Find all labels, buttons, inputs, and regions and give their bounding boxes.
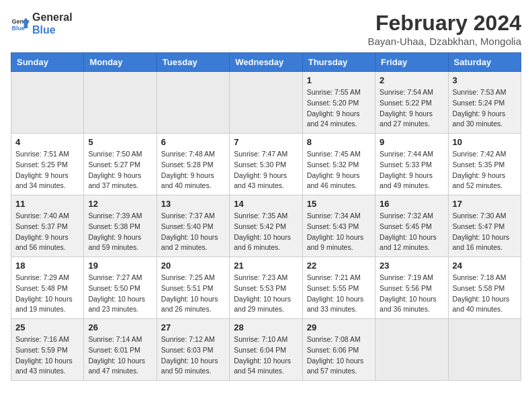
weekday-header-saturday: Saturday	[448, 53, 521, 72]
day-info: Sunrise: 7:34 AMSunset: 5:43 PMDaylight:…	[307, 211, 371, 253]
day-info: Sunrise: 7:51 AMSunset: 5:25 PMDaylight:…	[15, 149, 79, 191]
day-number: 3	[453, 75, 517, 85]
day-info: Sunrise: 7:47 AMSunset: 5:30 PMDaylight:…	[234, 149, 298, 191]
logo: General Blue General Blue	[11, 11, 73, 36]
calendar-day-cell: 6Sunrise: 7:48 AMSunset: 5:28 PMDaylight…	[157, 134, 229, 195]
calendar-day-cell: 20Sunrise: 7:25 AMSunset: 5:51 PMDayligh…	[157, 257, 229, 319]
calendar-day-cell	[448, 319, 521, 381]
day-number: 11	[15, 199, 79, 209]
day-number: 29	[307, 322, 371, 332]
weekday-header-friday: Friday	[375, 53, 448, 72]
weekday-header-tuesday: Tuesday	[157, 53, 229, 72]
calendar-day-cell: 10Sunrise: 7:42 AMSunset: 5:35 PMDayligh…	[448, 134, 521, 195]
calendar-week-row: 25Sunrise: 7:16 AMSunset: 5:59 PMDayligh…	[11, 319, 521, 381]
calendar-day-cell: 13Sunrise: 7:37 AMSunset: 5:40 PMDayligh…	[157, 195, 229, 257]
calendar-day-cell: 1Sunrise: 7:55 AMSunset: 5:20 PMDaylight…	[302, 72, 375, 134]
day-info: Sunrise: 7:23 AMSunset: 5:53 PMDaylight:…	[234, 273, 298, 315]
day-info: Sunrise: 7:53 AMSunset: 5:24 PMDaylight:…	[453, 87, 517, 130]
calendar-table: SundayMondayTuesdayWednesdayThursdayFrid…	[11, 52, 521, 381]
day-number: 16	[380, 199, 443, 209]
calendar-week-row: 1Sunrise: 7:55 AMSunset: 5:20 PMDaylight…	[11, 72, 521, 134]
calendar-day-cell: 24Sunrise: 7:18 AMSunset: 5:58 PMDayligh…	[448, 257, 521, 319]
calendar-day-cell: 26Sunrise: 7:14 AMSunset: 6:01 PMDayligh…	[84, 319, 157, 381]
day-number: 28	[234, 322, 298, 332]
calendar-day-cell: 17Sunrise: 7:30 AMSunset: 5:47 PMDayligh…	[448, 195, 521, 257]
calendar-day-cell: 9Sunrise: 7:44 AMSunset: 5:33 PMDaylight…	[375, 134, 448, 195]
day-number: 2	[380, 75, 443, 85]
calendar-day-cell: 5Sunrise: 7:50 AMSunset: 5:27 PMDaylight…	[84, 134, 157, 195]
day-number: 8	[307, 137, 371, 147]
calendar-week-row: 18Sunrise: 7:29 AMSunset: 5:48 PMDayligh…	[11, 257, 521, 319]
location-subtitle: Bayan-Uhaa, Dzabkhan, Mongolia	[368, 36, 521, 47]
day-number: 4	[15, 137, 79, 147]
calendar-day-cell: 14Sunrise: 7:35 AMSunset: 5:42 PMDayligh…	[230, 195, 302, 257]
svg-text:Blue: Blue	[11, 25, 25, 32]
month-year-title: February 2024	[368, 11, 521, 36]
calendar-day-cell	[84, 72, 157, 134]
day-info: Sunrise: 7:10 AMSunset: 6:04 PMDaylight:…	[234, 334, 298, 377]
day-info: Sunrise: 7:45 AMSunset: 5:32 PMDaylight:…	[307, 149, 371, 191]
calendar-day-cell: 21Sunrise: 7:23 AMSunset: 5:53 PMDayligh…	[230, 257, 302, 319]
calendar-day-cell: 22Sunrise: 7:21 AMSunset: 5:55 PMDayligh…	[302, 257, 375, 319]
day-number: 15	[307, 199, 371, 209]
calendar-week-row: 4Sunrise: 7:51 AMSunset: 5:25 PMDaylight…	[11, 134, 521, 195]
calendar-day-cell: 18Sunrise: 7:29 AMSunset: 5:48 PMDayligh…	[11, 257, 84, 319]
calendar-day-cell: 11Sunrise: 7:40 AMSunset: 5:37 PMDayligh…	[11, 195, 84, 257]
day-number: 10	[453, 137, 517, 147]
weekday-header-sunday: Sunday	[11, 53, 84, 72]
weekday-header-wednesday: Wednesday	[230, 53, 302, 72]
title-block: February 2024 Bayan-Uhaa, Dzabkhan, Mong…	[368, 11, 521, 47]
day-number: 18	[15, 261, 79, 271]
day-info: Sunrise: 7:44 AMSunset: 5:33 PMDaylight:…	[380, 149, 443, 191]
day-number: 9	[380, 137, 443, 147]
calendar-day-cell: 16Sunrise: 7:32 AMSunset: 5:45 PMDayligh…	[375, 195, 448, 257]
logo-text-blue: Blue	[32, 24, 73, 36]
day-info: Sunrise: 7:16 AMSunset: 5:59 PMDaylight:…	[15, 334, 79, 377]
calendar-day-cell: 29Sunrise: 7:08 AMSunset: 6:06 PMDayligh…	[302, 319, 375, 381]
calendar-day-cell: 8Sunrise: 7:45 AMSunset: 5:32 PMDaylight…	[302, 134, 375, 195]
calendar-day-cell: 27Sunrise: 7:12 AMSunset: 6:03 PMDayligh…	[157, 319, 229, 381]
page-header: General Blue General Blue February 2024 …	[11, 11, 521, 47]
day-info: Sunrise: 7:40 AMSunset: 5:37 PMDaylight:…	[15, 211, 79, 253]
day-number: 26	[88, 322, 152, 332]
weekday-header-thursday: Thursday	[302, 53, 375, 72]
day-number: 23	[380, 261, 443, 271]
weekday-header-row: SundayMondayTuesdayWednesdayThursdayFrid…	[11, 53, 521, 72]
day-number: 25	[15, 322, 79, 332]
weekday-header-monday: Monday	[84, 53, 157, 72]
calendar-day-cell	[157, 72, 229, 134]
calendar-day-cell	[375, 319, 448, 381]
calendar-week-row: 11Sunrise: 7:40 AMSunset: 5:37 PMDayligh…	[11, 195, 521, 257]
calendar-day-cell	[11, 72, 84, 134]
calendar-day-cell	[230, 72, 302, 134]
calendar-day-cell: 23Sunrise: 7:19 AMSunset: 5:56 PMDayligh…	[375, 257, 448, 319]
calendar-day-cell: 4Sunrise: 7:51 AMSunset: 5:25 PMDaylight…	[11, 134, 84, 195]
day-number: 17	[453, 199, 517, 209]
day-info: Sunrise: 7:12 AMSunset: 6:03 PMDaylight:…	[161, 334, 225, 377]
day-info: Sunrise: 7:50 AMSunset: 5:27 PMDaylight:…	[88, 149, 152, 191]
day-number: 12	[88, 199, 152, 209]
day-info: Sunrise: 7:42 AMSunset: 5:35 PMDaylight:…	[453, 149, 517, 191]
day-info: Sunrise: 7:27 AMSunset: 5:50 PMDaylight:…	[88, 273, 152, 315]
day-info: Sunrise: 7:55 AMSunset: 5:20 PMDaylight:…	[307, 87, 371, 130]
day-info: Sunrise: 7:21 AMSunset: 5:55 PMDaylight:…	[307, 273, 371, 315]
day-info: Sunrise: 7:08 AMSunset: 6:06 PMDaylight:…	[307, 334, 371, 377]
calendar-day-cell: 3Sunrise: 7:53 AMSunset: 5:24 PMDaylight…	[448, 72, 521, 134]
day-info: Sunrise: 7:37 AMSunset: 5:40 PMDaylight:…	[161, 211, 225, 253]
day-number: 7	[234, 137, 298, 147]
day-number: 20	[161, 261, 225, 271]
day-info: Sunrise: 7:32 AMSunset: 5:45 PMDaylight:…	[380, 211, 443, 253]
logo-icon: General Blue	[11, 14, 30, 33]
day-info: Sunrise: 7:29 AMSunset: 5:48 PMDaylight:…	[15, 273, 79, 315]
logo-text-general: General	[32, 11, 73, 24]
calendar-day-cell: 15Sunrise: 7:34 AMSunset: 5:43 PMDayligh…	[302, 195, 375, 257]
day-number: 22	[307, 261, 371, 271]
day-info: Sunrise: 7:19 AMSunset: 5:56 PMDaylight:…	[380, 273, 443, 315]
day-number: 6	[161, 137, 225, 147]
day-info: Sunrise: 7:54 AMSunset: 5:22 PMDaylight:…	[380, 87, 443, 130]
day-number: 21	[234, 261, 298, 271]
calendar-day-cell: 28Sunrise: 7:10 AMSunset: 6:04 PMDayligh…	[230, 319, 302, 381]
day-info: Sunrise: 7:35 AMSunset: 5:42 PMDaylight:…	[234, 211, 298, 253]
calendar-day-cell: 25Sunrise: 7:16 AMSunset: 5:59 PMDayligh…	[11, 319, 84, 381]
day-info: Sunrise: 7:30 AMSunset: 5:47 PMDaylight:…	[453, 211, 517, 253]
